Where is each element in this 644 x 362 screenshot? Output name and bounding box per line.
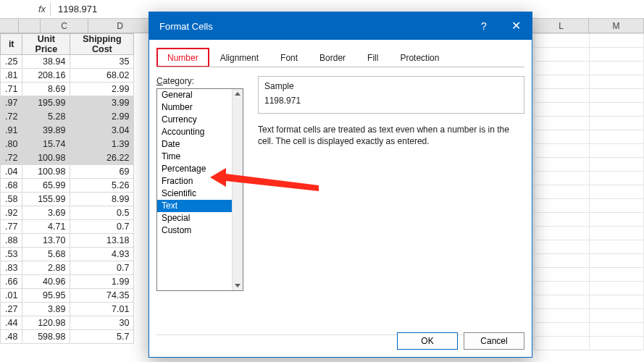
tab-border[interactable]: Border xyxy=(309,48,356,67)
cell[interactable] xyxy=(589,75,644,89)
cell[interactable] xyxy=(535,103,590,117)
table-row[interactable]: .923.690.5 xyxy=(1,206,134,220)
scrollbar[interactable] xyxy=(232,89,243,290)
table-row[interactable]: .6865.995.26 xyxy=(1,179,134,193)
cell[interactable] xyxy=(535,89,590,103)
tab-protection[interactable]: Protection xyxy=(389,48,450,67)
cell[interactable]: 4.71 xyxy=(22,220,70,234)
cell[interactable] xyxy=(535,34,590,48)
cell[interactable]: 69 xyxy=(70,165,134,179)
cell[interactable] xyxy=(589,295,644,309)
cell[interactable] xyxy=(589,103,644,117)
table-row[interactable]: .6640.961.99 xyxy=(1,275,134,289)
cell[interactable]: .80 xyxy=(1,138,22,151)
cell[interactable]: 35 xyxy=(70,55,134,69)
cell[interactable]: 8.69 xyxy=(22,83,70,96)
table-row[interactable]: .718.692.99 xyxy=(1,83,134,96)
category-item[interactable]: Date xyxy=(157,138,243,151)
category-listbox[interactable]: GeneralNumberCurrencyAccountingDateTimeP… xyxy=(156,88,243,291)
cell[interactable]: 100.98 xyxy=(22,165,70,179)
table-row[interactable]: .48598.985.7 xyxy=(1,330,134,344)
cell[interactable]: .88 xyxy=(1,234,22,248)
cell[interactable] xyxy=(535,240,590,254)
cell[interactable] xyxy=(535,172,590,185)
category-item[interactable]: Scientific xyxy=(157,188,243,200)
category-item[interactable]: Text xyxy=(157,200,243,212)
cell[interactable] xyxy=(535,295,590,309)
cell[interactable]: .71 xyxy=(1,83,22,96)
cell[interactable] xyxy=(535,185,590,199)
cell[interactable] xyxy=(535,144,590,158)
cell[interactable] xyxy=(589,268,644,282)
category-item[interactable]: Number xyxy=(157,101,243,114)
cell[interactable]: 39.89 xyxy=(22,124,70,138)
cell[interactable] xyxy=(535,309,590,323)
cell[interactable]: 95.95 xyxy=(22,289,70,303)
cell[interactable]: .97 xyxy=(1,96,22,110)
cell[interactable]: 15.74 xyxy=(22,138,70,151)
tab-number[interactable]: Number xyxy=(156,48,209,67)
cell[interactable] xyxy=(589,337,644,350)
table-row[interactable]: .535.684.93 xyxy=(1,248,134,261)
cell[interactable]: 65.99 xyxy=(22,179,70,193)
cell[interactable] xyxy=(589,282,644,295)
cell[interactable]: 74.35 xyxy=(70,289,134,303)
cell[interactable]: 8.99 xyxy=(70,193,134,206)
cell[interactable]: 195.99 xyxy=(22,96,70,110)
cell[interactable]: 5.68 xyxy=(22,248,70,261)
cell[interactable] xyxy=(535,130,590,144)
dialog-titlebar[interactable]: Format Cells ? ✕ xyxy=(149,12,532,40)
col-header-c[interactable]: C xyxy=(41,19,88,33)
cell[interactable]: 2.99 xyxy=(70,83,134,96)
cell[interactable]: 120.98 xyxy=(22,316,70,330)
cell[interactable]: .92 xyxy=(1,206,22,220)
col-header-d[interactable]: D xyxy=(88,19,152,33)
cell[interactable]: 30 xyxy=(70,316,134,330)
help-button[interactable]: ? xyxy=(468,12,500,40)
cell[interactable] xyxy=(589,62,644,75)
tab-font[interactable]: Font xyxy=(269,48,309,67)
cell[interactable]: 208.16 xyxy=(22,69,70,83)
cell[interactable] xyxy=(589,48,644,62)
cell[interactable] xyxy=(535,117,590,130)
cell[interactable]: 3.04 xyxy=(70,124,134,138)
table-row[interactable]: .725.282.99 xyxy=(1,110,134,124)
col-header-m[interactable]: M xyxy=(589,19,644,33)
table-row[interactable]: .44120.9830 xyxy=(1,316,134,330)
cell[interactable] xyxy=(589,240,644,254)
table-row[interactable]: .72100.9826.22 xyxy=(1,151,134,165)
cell[interactable] xyxy=(589,254,644,268)
table-row[interactable]: .273.897.01 xyxy=(1,303,134,316)
formula-value[interactable]: 1198.971 xyxy=(51,4,97,14)
cancel-button[interactable]: Cancel xyxy=(464,332,524,350)
table-row[interactable]: .2538.9435 xyxy=(1,55,134,69)
category-item[interactable]: Fraction xyxy=(157,175,243,188)
cell[interactable]: 3.69 xyxy=(22,206,70,220)
category-item[interactable]: Accounting xyxy=(157,126,243,138)
cell[interactable]: 13.18 xyxy=(70,234,134,248)
cell[interactable]: .25 xyxy=(1,55,22,69)
cell[interactable]: .27 xyxy=(1,303,22,316)
cell[interactable] xyxy=(589,172,644,185)
category-item[interactable]: Special xyxy=(157,212,243,224)
cell[interactable] xyxy=(535,323,590,337)
close-button[interactable]: ✕ xyxy=(500,12,532,40)
cell[interactable]: .68 xyxy=(1,179,22,193)
cell[interactable]: 3.99 xyxy=(70,96,134,110)
blank-grid[interactable] xyxy=(534,33,644,362)
col-header-l[interactable]: L xyxy=(534,19,589,33)
cell[interactable]: 13.70 xyxy=(22,234,70,248)
cell[interactable]: 5.7 xyxy=(70,330,134,344)
cell[interactable]: .83 xyxy=(1,261,22,275)
cell[interactable]: .72 xyxy=(1,151,22,165)
table-row[interactable]: .04100.9869 xyxy=(1,165,134,179)
cell[interactable]: 2.88 xyxy=(22,261,70,275)
table-row[interactable]: .774.710.7 xyxy=(1,220,134,234)
cell[interactable]: 3.89 xyxy=(22,303,70,316)
cell[interactable]: 26.22 xyxy=(70,151,134,165)
cell[interactable] xyxy=(535,254,590,268)
cell[interactable] xyxy=(535,158,590,172)
cell[interactable] xyxy=(589,227,644,240)
category-item[interactable]: Custom xyxy=(157,224,243,237)
table-row[interactable]: .81208.1668.02 xyxy=(1,69,134,83)
